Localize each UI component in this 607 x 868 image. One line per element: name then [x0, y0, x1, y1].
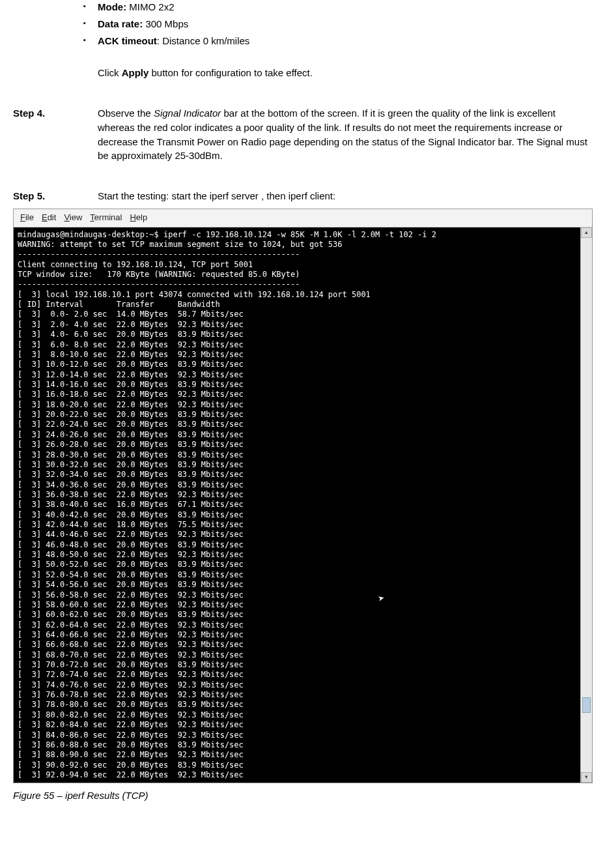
- step-5: Step 5. Start the testing: start the ipe…: [13, 189, 594, 203]
- scrollbar[interactable]: ▴ ▾: [580, 227, 592, 783]
- apply-note: Click Apply button for configuration to …: [98, 66, 594, 80]
- menu-file[interactable]: File: [20, 212, 34, 224]
- bullet-mode: Mode: MIMO 2x2: [98, 0, 594, 14]
- scroll-track[interactable]: [581, 238, 592, 773]
- menu-help[interactable]: Help: [130, 212, 147, 224]
- menu-view[interactable]: View: [64, 212, 82, 224]
- menu-edit[interactable]: Edit: [42, 212, 56, 224]
- step-4-body: Observe the Signal Indicator bar at the …: [98, 106, 594, 163]
- scroll-thumb[interactable]: [582, 697, 591, 713]
- menubar: File Edit View Terminal Help: [14, 209, 592, 227]
- bullet-datarate: Data rate: 300 Mbps: [98, 17, 594, 31]
- step-4: Step 4. Observe the Signal Indicator bar…: [13, 106, 594, 163]
- terminal-window: File Edit View Terminal Help mindaugas@m…: [13, 209, 593, 784]
- step-5-body: Start the testing: start the iperf serve…: [98, 189, 594, 203]
- scroll-up-icon[interactable]: ▴: [581, 227, 592, 238]
- menu-terminal[interactable]: Terminal: [90, 212, 122, 224]
- mouse-cursor-icon: ➤: [377, 592, 387, 606]
- bullet-ack: ACK timeout: Distance 0 km/miles: [98, 34, 594, 48]
- config-bullets: Mode: MIMO 2x2 Data rate: 300 Mbps ACK t…: [98, 0, 594, 48]
- terminal-output[interactable]: mindaugas@mindaugas-desktop:~$ iperf -c …: [14, 227, 580, 783]
- figure-caption: Figure 55 – iperf Results (TCP): [13, 788, 594, 803]
- step-4-label: Step 4.: [13, 106, 98, 163]
- scroll-down-icon[interactable]: ▾: [581, 772, 592, 783]
- step-5-label: Step 5.: [13, 189, 98, 203]
